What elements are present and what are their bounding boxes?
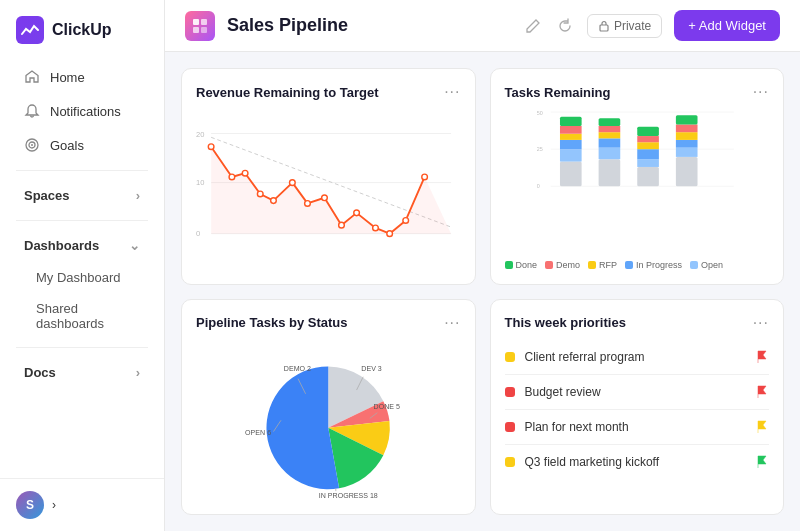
legend-done: Done	[505, 260, 538, 270]
svg-rect-7	[201, 27, 207, 33]
home-icon	[24, 69, 40, 85]
svg-rect-43	[598, 148, 620, 160]
edit-icon[interactable]	[523, 16, 543, 36]
my-dashboard-label: My Dashboard	[36, 270, 121, 285]
pipeline-widget-header: Pipeline Tasks by Status ···	[196, 314, 461, 332]
lock-icon	[598, 20, 610, 32]
rfp-label: RFP	[599, 260, 617, 270]
svg-rect-58	[675, 124, 697, 132]
sidebar-item-goals[interactable]: Goals	[8, 129, 156, 161]
nav-divider-2	[16, 220, 148, 221]
grid-icon	[191, 17, 209, 35]
pipeline-widget-title: Pipeline Tasks by Status	[196, 315, 347, 330]
svg-rect-6	[193, 27, 199, 33]
svg-rect-48	[637, 167, 659, 186]
flag-icon	[756, 420, 768, 434]
pipeline-widget-menu[interactable]: ···	[444, 314, 460, 332]
home-label: Home	[50, 70, 85, 85]
target-icon	[24, 137, 40, 153]
flag-icon	[756, 385, 768, 399]
avatar[interactable]: S	[16, 491, 44, 519]
tasks-widget: Tasks Remaining ··· 50 25 0	[490, 68, 785, 285]
revenue-widget-menu[interactable]: ···	[444, 83, 460, 101]
refresh-icon[interactable]	[555, 16, 575, 36]
main-content: Sales Pipeline Private + Add Widget	[165, 0, 800, 531]
sidebar: ClickUp Home Notifications Goals	[0, 0, 165, 531]
notifications-label: Notifications	[50, 104, 121, 119]
priorities-widget-menu[interactable]: ···	[753, 314, 769, 332]
priority-flag	[755, 385, 769, 399]
svg-text:DONE 5: DONE 5	[374, 402, 400, 410]
footer-chevron: ›	[52, 498, 56, 512]
priority-item: Budget review	[505, 375, 770, 410]
add-widget-button[interactable]: + Add Widget	[674, 10, 780, 41]
revenue-widget-title: Revenue Remaining to Target	[196, 85, 379, 100]
svg-rect-42	[598, 159, 620, 186]
legend-inprogress: In Progress	[625, 260, 682, 270]
done-label: Done	[516, 260, 538, 270]
revenue-chart-area: 20 10 0	[196, 109, 461, 270]
svg-text:DEV 3: DEV 3	[361, 365, 382, 373]
priority-item: Q3 field marketing kickoff	[505, 445, 770, 479]
svg-rect-53	[637, 127, 659, 136]
sidebar-item-home[interactable]: Home	[8, 61, 156, 93]
sidebar-item-dashboards[interactable]: Dashboards ⌄	[8, 230, 156, 261]
svg-rect-54	[675, 157, 697, 186]
svg-rect-47	[598, 118, 620, 126]
page-header: Sales Pipeline Private + Add Widget	[165, 0, 800, 52]
svg-rect-39	[559, 134, 581, 140]
sales-pipeline-icon	[185, 11, 215, 41]
priorities-widget-title: This week priorities	[505, 315, 626, 330]
sidebar-item-notifications[interactable]: Notifications	[8, 95, 156, 127]
priorities-widget: This week priorities ··· Client referral…	[490, 299, 785, 516]
demo-label: Demo	[556, 260, 580, 270]
dashboards-chevron: ⌄	[129, 238, 140, 253]
revenue-chart-svg: 20 10 0	[196, 109, 461, 270]
sidebar-navigation: Home Notifications Goals Spaces › Dashbo…	[0, 56, 164, 393]
sidebar-item-spaces[interactable]: Spaces ›	[8, 180, 156, 211]
sidebar-item-shared-dashboards[interactable]: Shared dashboards	[8, 294, 156, 338]
svg-text:25: 25	[536, 146, 542, 152]
private-badge[interactable]: Private	[587, 14, 662, 38]
svg-point-25	[354, 210, 360, 216]
svg-rect-0	[16, 16, 44, 44]
svg-rect-40	[559, 126, 581, 134]
svg-rect-5	[201, 19, 207, 25]
svg-text:10: 10	[196, 178, 204, 187]
svg-text:50: 50	[536, 110, 542, 116]
svg-rect-59	[675, 115, 697, 124]
legend-open: Open	[690, 260, 723, 270]
open-label: Open	[701, 260, 723, 270]
page-title: Sales Pipeline	[227, 15, 348, 36]
sidebar-item-my-dashboard[interactable]: My Dashboard	[8, 263, 156, 292]
svg-rect-46	[598, 126, 620, 132]
svg-rect-55	[675, 148, 697, 157]
tasks-widget-menu[interactable]: ···	[753, 83, 769, 101]
pipeline-widget: Pipeline Tasks by Status ···	[181, 299, 476, 516]
svg-rect-50	[637, 149, 659, 159]
nav-divider-1	[16, 170, 148, 171]
priority-flag	[755, 350, 769, 364]
svg-rect-8	[600, 25, 608, 31]
pie-chart-area: DEMO 2 DEV 3 DONE 5 IN PROGRESS 18 OPEN …	[196, 340, 461, 501]
legend-demo: Demo	[545, 260, 580, 270]
svg-point-27	[387, 231, 393, 237]
svg-point-21	[290, 180, 296, 186]
svg-rect-57	[675, 132, 697, 140]
dashboards-label: Dashboards	[24, 238, 99, 253]
sidebar-item-docs[interactable]: Docs ›	[8, 357, 156, 388]
priority-item: Client referral program	[505, 340, 770, 375]
shared-dashboards-label: Shared dashboards	[36, 301, 140, 331]
pie-chart-svg: DEMO 2 DEV 3 DONE 5 IN PROGRESS 18 OPEN …	[196, 340, 461, 501]
svg-point-3	[31, 144, 33, 146]
svg-rect-45	[598, 132, 620, 138]
svg-point-23	[322, 195, 328, 201]
priority-text: Budget review	[525, 385, 746, 399]
priority-dot	[505, 387, 515, 397]
tasks-widget-title: Tasks Remaining	[505, 85, 611, 100]
revenue-widget-header: Revenue Remaining to Target ···	[196, 83, 461, 101]
svg-rect-51	[637, 142, 659, 149]
spaces-chevron: ›	[136, 188, 140, 203]
priority-item: Plan for next month	[505, 410, 770, 445]
svg-point-17	[229, 174, 235, 180]
